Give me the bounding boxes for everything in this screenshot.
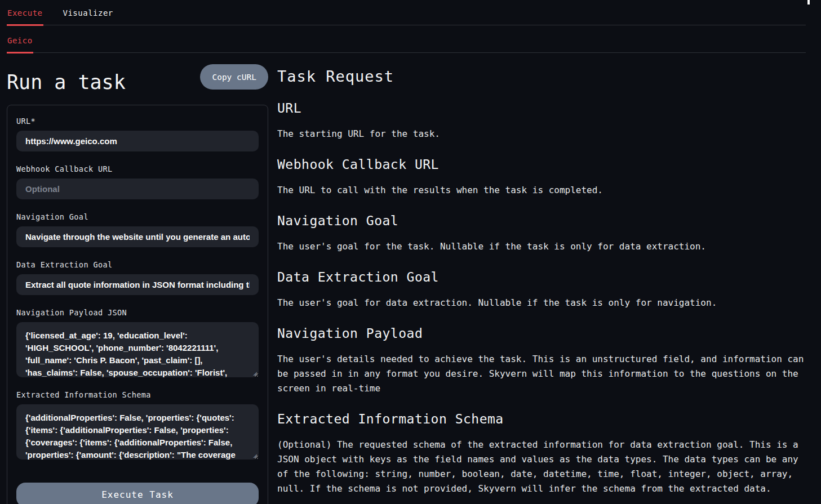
webhook-label: Webhook Callback URL — [16, 164, 259, 173]
field-extracted-schema: Extracted Information Schema {'additiona… — [16, 390, 259, 460]
app-root: Execute Visualizer Geico Run a task Copy… — [0, 0, 821, 504]
field-url: URL* — [16, 117, 259, 151]
doc-description: The user's goal for the task. Nullable i… — [277, 239, 809, 254]
navigation-goal-label: Navigation Goal — [16, 212, 259, 221]
extracted-schema-textarea[interactable]: {'additionalProperties': False, 'propert… — [16, 404, 259, 460]
doc-description: The user's details needed to achieve the… — [277, 352, 809, 396]
navigation-goal-input[interactable] — [16, 226, 259, 247]
extracted-schema-label: Extracted Information Schema — [16, 390, 259, 399]
doc-description: (Optional) The requested schema of the e… — [277, 438, 809, 496]
doc-section-extracted-schema: Extracted Information Schema (Optional) … — [277, 412, 809, 496]
doc-section-navigation-goal: Navigation Goal The user's goal for the … — [277, 213, 809, 254]
run-task-header: Run a task Copy cURL — [7, 64, 268, 97]
navigation-payload-textarea[interactable]: {'licensed_at_age': 19, 'education_level… — [16, 322, 259, 377]
copy-curl-button[interactable]: Copy cURL — [200, 64, 268, 90]
field-navigation-payload: Navigation Payload JSON {'licensed_at_ag… — [16, 308, 259, 377]
doc-heading: Data Extraction Goal — [277, 270, 809, 284]
run-task-panel: Run a task Copy cURL URL* Webhook Callba… — [7, 62, 268, 504]
navigation-payload-wrap: {'licensed_at_age': 19, 'education_level… — [16, 322, 259, 377]
doc-section-data-extraction-goal: Data Extraction Goal The user's goal for… — [277, 270, 809, 310]
task-request-docs: Task Request URL The starting URL for th… — [277, 62, 809, 496]
doc-description: The starting URL for the task. — [277, 127, 809, 141]
sub-tab-bar: Geico — [7, 25, 806, 53]
data-extraction-goal-input[interactable] — [16, 274, 259, 295]
field-navigation-goal: Navigation Goal — [16, 212, 259, 247]
tab-geico[interactable]: Geico — [7, 25, 33, 53]
webhook-input[interactable] — [16, 179, 259, 199]
doc-section-navigation-payload: Navigation Payload The user's details ne… — [277, 326, 809, 396]
doc-heading: Navigation Goal — [277, 213, 809, 228]
url-label: URL* — [16, 117, 259, 126]
task-form-card: URL* Webhook Callback URL Navigation Goa… — [7, 105, 268, 504]
extracted-schema-wrap: {'additionalProperties': False, 'propert… — [16, 404, 259, 460]
doc-heading: Extracted Information Schema — [277, 412, 809, 426]
doc-heading: Webhook Callback URL — [277, 157, 809, 172]
doc-section-url: URL The starting URL for the task. — [277, 101, 809, 141]
doc-description: The user's goal for data extraction. Nul… — [277, 296, 809, 310]
docs-title: Task Request — [277, 68, 809, 85]
navigation-payload-label: Navigation Payload JSON — [16, 308, 259, 317]
data-extraction-goal-label: Data Extraction Goal — [16, 260, 259, 269]
field-webhook: Webhook Callback URL — [16, 164, 259, 199]
doc-description: The URL to call with the results when th… — [277, 183, 809, 198]
main-content: Run a task Copy cURL URL* Webhook Callba… — [0, 53, 821, 504]
tab-visualizer[interactable]: Visualizer — [63, 0, 114, 26]
field-data-extraction-goal: Data Extraction Goal — [16, 260, 259, 295]
tab-execute[interactable]: Execute — [7, 0, 43, 26]
url-input[interactable] — [16, 131, 259, 151]
page-title: Run a task — [7, 71, 126, 93]
doc-heading: URL — [277, 101, 809, 115]
doc-heading: Navigation Payload — [277, 326, 809, 341]
scrollbar-thumb[interactable] — [807, 0, 810, 5]
execute-task-button[interactable]: Execute Task — [16, 483, 259, 504]
main-tab-bar: Execute Visualizer — [7, 0, 806, 25]
doc-section-webhook: Webhook Callback URL The URL to call wit… — [277, 157, 809, 198]
